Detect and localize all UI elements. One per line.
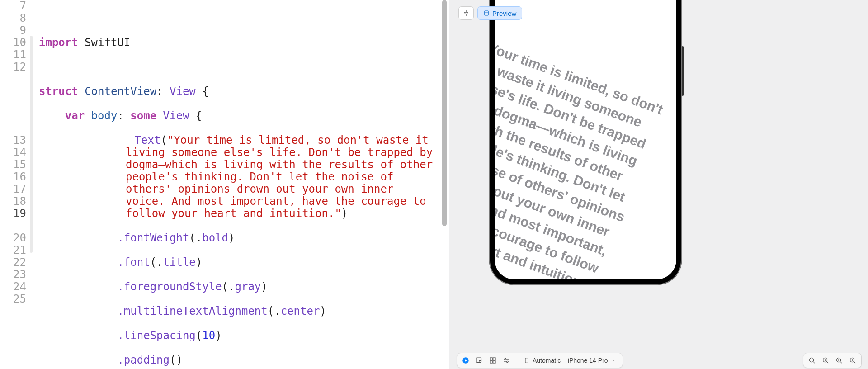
line-number: 20 xyxy=(0,232,26,244)
zoom-fit-button[interactable] xyxy=(833,355,845,366)
zoom-fit-icon xyxy=(835,357,843,364)
pin-icon xyxy=(462,9,470,17)
grid-icon xyxy=(489,356,497,364)
svg-rect-12 xyxy=(525,358,528,363)
preview-canvas: Preview Your time is limited, so don't w… xyxy=(449,0,868,369)
line-number: 14 xyxy=(0,147,26,159)
svg-text:1: 1 xyxy=(824,359,826,361)
line-number: 16 xyxy=(0,171,26,183)
svg-point-11 xyxy=(507,361,508,362)
line-number: 19 xyxy=(0,208,26,232)
svg-line-20 xyxy=(840,361,842,363)
line-number: 23 xyxy=(0,269,26,281)
svg-rect-4 xyxy=(490,358,492,360)
editor-scrollbar[interactable] xyxy=(442,0,447,226)
line-number: 21 xyxy=(0,244,26,256)
line-number: 15 xyxy=(0,159,26,171)
line-number: 11 xyxy=(0,49,26,61)
zoom-out-button[interactable] xyxy=(806,355,818,366)
preview-mode-button[interactable]: Preview xyxy=(477,6,522,20)
line-number: 12 xyxy=(0,61,26,134)
preview-label: Preview xyxy=(492,9,516,17)
device-side-button xyxy=(682,46,684,96)
svg-rect-5 xyxy=(493,358,495,360)
svg-rect-0 xyxy=(485,11,488,15)
svg-line-14 xyxy=(813,361,815,363)
line-number: 7 xyxy=(0,0,26,12)
sliders-icon xyxy=(502,356,510,364)
line-number: 17 xyxy=(0,183,26,195)
preview-text-content: Your time is limited, so don't waste it … xyxy=(495,37,669,279)
line-number: 22 xyxy=(0,256,26,269)
preview-indicator-icon xyxy=(483,10,490,16)
device-screen: Your time is limited, so don't waste it … xyxy=(495,0,676,279)
svg-rect-7 xyxy=(493,361,495,363)
line-number: 18 xyxy=(0,195,26,208)
selectable-preview-button[interactable] xyxy=(473,355,485,366)
cursor-rect-icon xyxy=(475,356,483,364)
play-fill-icon xyxy=(462,356,470,364)
device-name-label: Automatic – iPhone 14 Pro xyxy=(533,357,608,364)
zoom-in-button[interactable] xyxy=(847,355,859,366)
line-number: 9 xyxy=(0,24,26,37)
svg-line-17 xyxy=(826,361,828,363)
svg-rect-6 xyxy=(490,361,492,363)
device-settings-button[interactable] xyxy=(500,355,512,366)
device-frame: Your time is limited, so don't waste it … xyxy=(489,0,682,285)
zoom-out-icon xyxy=(808,357,816,364)
line-number: 24 xyxy=(0,281,26,293)
line-gutter: 7 8 9 10 11 12 13 14 15 16 17 18 19 20 2… xyxy=(0,0,30,369)
live-preview-button[interactable] xyxy=(460,355,472,366)
zoom-controls-bar: 1 xyxy=(803,353,862,368)
phone-icon xyxy=(524,357,530,364)
line-number: 8 xyxy=(0,12,26,24)
zoom-actual-button[interactable]: 1 xyxy=(820,355,831,366)
line-number: 10 xyxy=(0,37,26,49)
toolbar-separator xyxy=(516,355,516,365)
zoom-100-icon: 1 xyxy=(822,357,830,364)
variants-preview-button[interactable] xyxy=(487,355,499,366)
code-area[interactable]: import SwiftUI struct ContentView: View … xyxy=(33,0,448,369)
code-editor[interactable]: 7 8 9 10 11 12 13 14 15 16 17 18 19 20 2… xyxy=(0,0,448,369)
preview-device-selector[interactable]: Automatic – iPhone 14 Pro xyxy=(520,357,620,364)
zoom-in-icon xyxy=(849,357,857,364)
svg-point-9 xyxy=(505,358,506,360)
chevron-down-icon xyxy=(611,358,616,363)
svg-line-24 xyxy=(854,361,855,363)
line-number: 13 xyxy=(0,134,26,147)
line-number: 25 xyxy=(0,293,26,305)
pin-preview-button[interactable] xyxy=(458,6,474,20)
preview-controls-bar: Automatic – iPhone 14 Pro xyxy=(457,353,623,368)
